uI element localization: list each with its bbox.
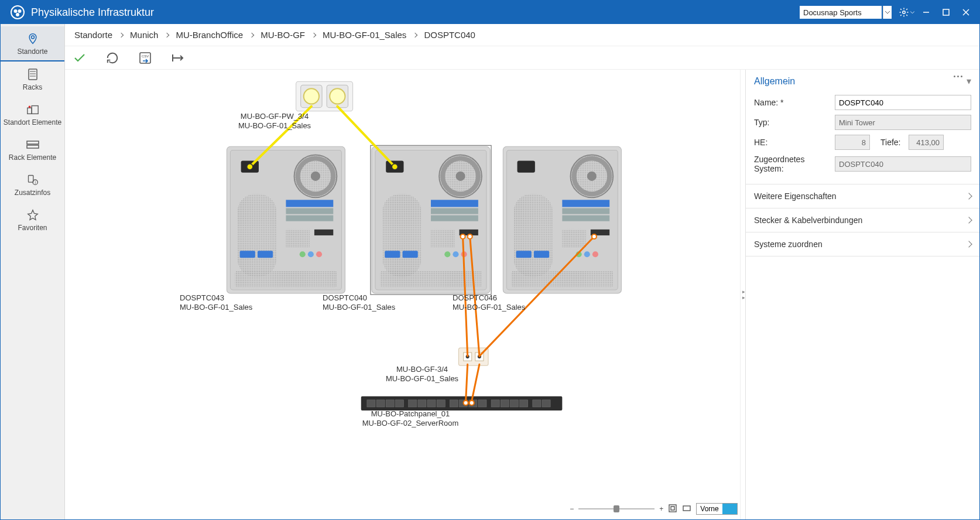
node-label: DOSPTC043MU-BO-GF-01_Sales xyxy=(180,293,252,313)
svg-rect-13 xyxy=(27,108,31,114)
svg-text:CSV: CSV xyxy=(142,54,149,58)
collapser-systeme-zuordnen[interactable]: Systeme zuordnen xyxy=(746,232,979,256)
panel-collapse-handle[interactable]: ▸▸ xyxy=(740,70,745,519)
nav-label: Favoriten xyxy=(18,224,47,232)
toolbar: CSV xyxy=(65,46,979,70)
svg-point-84 xyxy=(468,234,472,239)
field-label: HE: xyxy=(754,138,830,147)
svg-rect-9 xyxy=(29,69,37,80)
collapser-weitere-eigenschaften[interactable]: Weitere Eigenschaften xyxy=(746,184,979,208)
csv-export-button[interactable]: CSV xyxy=(136,49,154,67)
node-label: DOSPTC040MU-BO-GF-01_Sales xyxy=(323,293,395,313)
nav-rack-elemente[interactable]: Rack Elemente xyxy=(1,132,64,167)
svg-point-77 xyxy=(392,164,398,170)
refresh-button[interactable] xyxy=(104,49,121,67)
collapser-label: Stecker & Kabelverbindungen xyxy=(754,215,862,225)
svg-point-1 xyxy=(14,9,18,13)
field-label: Name: * xyxy=(754,98,830,107)
rack-elements-icon xyxy=(26,138,39,152)
svg-rect-17 xyxy=(27,145,39,148)
tenant-selector-dropdown[interactable] xyxy=(883,6,892,19)
node-label: DOSPTC046MU-BO-GF-01_Sales xyxy=(453,293,525,313)
svg-point-87 xyxy=(470,401,474,405)
fit-screen-icon[interactable] xyxy=(668,504,677,515)
breadcrumb-item[interactable]: Standorte xyxy=(71,30,116,40)
nav-favoriten[interactable]: Favoriten xyxy=(1,202,64,237)
zoom-slider[interactable] xyxy=(578,508,655,509)
name-input[interactable] xyxy=(835,95,971,110)
breadcrumb-item[interactable]: Munich xyxy=(126,30,162,40)
collapser-label: Systeme zuordnen xyxy=(754,240,823,249)
nav-zusatzinfos[interactable]: i Zusatzinfos xyxy=(1,167,64,202)
settings-gear-icon[interactable] xyxy=(896,1,916,24)
zoom-out-icon[interactable]: − xyxy=(570,505,574,513)
svg-point-76 xyxy=(247,164,253,170)
tenant-selector-text: Docusnap Sports xyxy=(803,8,862,17)
breadcrumb: Standorte Munich MU-BranchOffice MU-BO-G… xyxy=(65,24,979,46)
nav-label: Zusatzinfos xyxy=(15,189,50,197)
view-front-back-toggle[interactable]: Vorne xyxy=(696,503,738,515)
zoom-bar: − + Vorne xyxy=(570,502,738,516)
depth-input xyxy=(909,135,944,150)
svg-rect-14 xyxy=(32,105,38,114)
navigate-button[interactable] xyxy=(169,49,187,67)
svg-point-0 xyxy=(11,6,24,19)
section-header-allgemein: Allgemein ▾ xyxy=(746,70,979,93)
svg-text:i: i xyxy=(35,180,36,184)
chevron-right-icon xyxy=(249,32,254,37)
node-label: MU-BO-GF-3/4MU-BO-GF-01_Sales xyxy=(386,365,458,384)
svg-rect-18 xyxy=(28,175,33,182)
svg-point-85 xyxy=(592,234,597,239)
actual-size-icon[interactable] xyxy=(682,504,691,515)
assigned-system-input xyxy=(835,156,971,172)
star-icon xyxy=(27,208,39,222)
more-menu-icon[interactable]: ▾ xyxy=(954,76,971,87)
info-icon: i xyxy=(27,173,39,187)
chevron-right-icon xyxy=(965,193,972,199)
breadcrumb-item[interactable]: MU-BO-GF-01_Sales xyxy=(319,30,410,40)
nav-label: Rack Elemente xyxy=(9,153,56,162)
svg-line-75 xyxy=(337,107,395,167)
title-bar: Physikalische Infrastruktur Docusnap Spo… xyxy=(1,1,979,24)
left-nav: Standorte Racks Standort Elemente Rack E… xyxy=(1,24,65,519)
breadcrumb-item[interactable]: MU-BO-GF xyxy=(257,30,309,40)
chevron-right-icon xyxy=(965,241,972,247)
chevron-right-icon xyxy=(165,32,169,37)
chevron-right-icon xyxy=(311,32,316,37)
svg-rect-16 xyxy=(27,141,39,144)
svg-rect-6 xyxy=(943,9,949,15)
minimize-button[interactable] xyxy=(916,1,936,24)
svg-point-3 xyxy=(16,13,19,16)
nav-label: Racks xyxy=(23,83,42,91)
diagram-canvas[interactable]: MU-BO-GF-PW_3/4MU-BO-GF-01_Sales DOSPTC0… xyxy=(65,70,740,519)
breadcrumb-item[interactable]: MU-BranchOffice xyxy=(172,30,246,40)
nav-standort-elemente[interactable]: Standort Elemente xyxy=(1,97,64,132)
building-icon xyxy=(26,102,39,117)
svg-rect-88 xyxy=(669,505,676,512)
zoom-in-icon[interactable]: + xyxy=(659,505,663,513)
svg-point-83 xyxy=(461,234,465,239)
nav-standorte[interactable]: Standorte xyxy=(1,26,64,61)
breadcrumb-item[interactable]: DOSPTC040 xyxy=(420,30,479,40)
type-input xyxy=(835,115,971,130)
node-label: MU-BO-Patchpanel_01MU-BO-GF-02_ServerRoo… xyxy=(362,409,459,429)
close-button[interactable] xyxy=(956,1,976,24)
nav-label: Standort Elemente xyxy=(4,118,61,126)
svg-line-81 xyxy=(466,364,468,401)
app-title: Physikalische Infrastruktur xyxy=(31,6,154,19)
confirm-button[interactable] xyxy=(71,49,88,67)
section-title: Allgemein xyxy=(754,76,795,87)
nav-racks[interactable]: Racks xyxy=(1,61,64,97)
chevron-right-icon xyxy=(413,32,417,37)
svg-line-82 xyxy=(472,364,479,401)
view-front-label: Vorne xyxy=(697,504,722,514)
tenant-selector[interactable]: Docusnap Sports xyxy=(800,6,882,19)
nav-label: Standorte xyxy=(17,47,47,56)
collapser-stecker-kabel[interactable]: Stecker & Kabelverbindungen xyxy=(746,208,979,232)
app-logo-icon xyxy=(10,5,25,20)
properties-panel: Allgemein ▾ Name: * Typ: HE: Tiefe: xyxy=(745,70,979,519)
collapser-label: Weitere Eigenschaften xyxy=(754,191,837,201)
field-label: Tiefe: xyxy=(875,138,904,147)
maximize-button[interactable] xyxy=(936,1,956,24)
rack-icon xyxy=(28,67,37,81)
